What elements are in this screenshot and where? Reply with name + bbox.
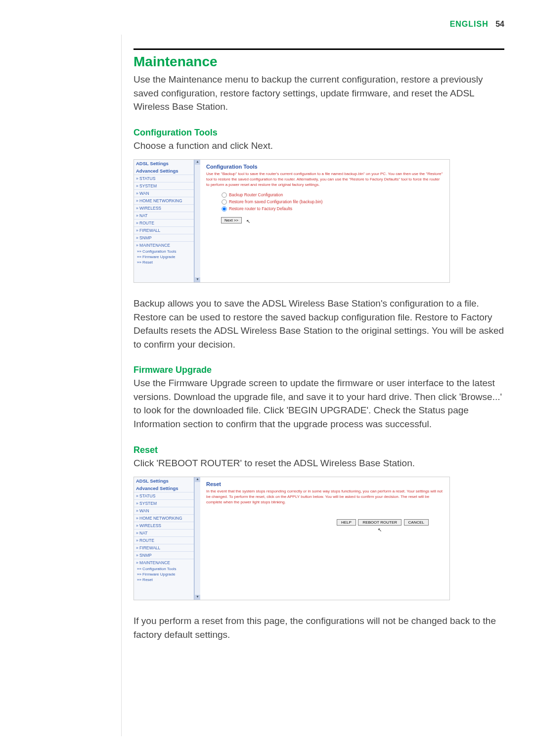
sidebar-item-maint[interactable]: » MAINTENANCE bbox=[134, 241, 194, 249]
firmware-heading: Firmware Upgrade bbox=[134, 365, 504, 375]
cursor-icon-2: ↖ bbox=[378, 527, 382, 533]
sidebar2-item-wireless[interactable]: » WIRELESS bbox=[134, 522, 194, 529]
page-content: ENGLISH 54 Maintenance Use the Maintenan… bbox=[0, 0, 534, 671]
panel-title: Configuration Tools bbox=[206, 164, 444, 170]
sidebar2-sub-reset[interactable]: »» Reset bbox=[134, 577, 194, 582]
radio-factory[interactable] bbox=[222, 206, 226, 211]
opt-factory-label: Restore router to Factory Defaults bbox=[229, 206, 292, 211]
maintenance-intro: Use the Maintenance menu to backup the c… bbox=[134, 73, 504, 114]
screenshot-sidebar: ADSL Settings Advanced Settings » STATUS… bbox=[134, 160, 194, 282]
screenshot-main-panel: Configuration Tools Use the "Backup" too… bbox=[200, 160, 449, 282]
scroll-up-icon[interactable]: ▲ bbox=[195, 160, 200, 165]
sidebar2-item-system[interactable]: » SYSTEM bbox=[134, 499, 194, 507]
help-button[interactable]: HELP bbox=[337, 519, 356, 526]
sidebar-advanced-settings[interactable]: Advanced Settings bbox=[134, 167, 194, 175]
scroll-down-icon-2[interactable]: ▼ bbox=[195, 595, 200, 600]
sidebar2-item-nat[interactable]: » NAT bbox=[134, 529, 194, 536]
sidebar2-item-snmp[interactable]: » SNMP bbox=[134, 551, 194, 559]
sidebar-item-route[interactable]: » ROUTE bbox=[134, 219, 194, 226]
sidebar-sub-firmware[interactable]: »» Firmware Upgrade bbox=[134, 254, 194, 260]
sidebar-item-firewall[interactable]: » FIREWALL bbox=[134, 226, 194, 234]
screenshot-sidebar-2: ADSL Settings Advanced Settings » STATUS… bbox=[134, 477, 194, 600]
opt-backup-label: Backup Router Configuration bbox=[229, 192, 283, 197]
sidebar-adsl-settings[interactable]: ADSL Settings bbox=[134, 160, 194, 167]
sidebar-item-status[interactable]: » STATUS bbox=[134, 175, 194, 182]
scroll-up-icon-2[interactable]: ▲ bbox=[195, 477, 200, 482]
button-row: HELP REBOOT ROUTER CANCEL ↖ bbox=[206, 519, 444, 531]
sidebar2-item-firewall[interactable]: » FIREWALL bbox=[134, 544, 194, 551]
cursor-icon: ↖ bbox=[246, 219, 250, 224]
reboot-router-button[interactable]: REBOOT ROUTER bbox=[358, 519, 401, 526]
sidebar2-item-home-net[interactable]: » HOME NETWORKING bbox=[134, 514, 194, 522]
cancel-button[interactable]: CANCEL bbox=[404, 519, 429, 526]
panel-description-2: In the event that the system stops respo… bbox=[206, 489, 444, 505]
sidebar-scrollbar-2[interactable]: ▲ ▼ bbox=[194, 477, 200, 600]
radio-backup[interactable] bbox=[222, 192, 226, 197]
sidebar-sub-reset[interactable]: »» Reset bbox=[134, 260, 194, 265]
sidebar-item-wireless[interactable]: » WIRELESS bbox=[134, 204, 194, 212]
config-tools-heading: Configuration Tools bbox=[134, 128, 504, 138]
sidebar-scrollbar[interactable]: ▲ ▼ bbox=[194, 160, 200, 282]
config-tools-after: Backup allows you to save the ADSL Wirel… bbox=[134, 297, 504, 351]
sidebar-adsl-settings-2[interactable]: ADSL Settings bbox=[134, 477, 194, 485]
sidebar-item-home-net[interactable]: » HOME NETWORKING bbox=[134, 197, 194, 204]
language-label: ENGLISH bbox=[450, 20, 489, 28]
screenshot-reset: ADSL Settings Advanced Settings » STATUS… bbox=[134, 477, 450, 600]
sidebar-sub-config[interactable]: »» Configuration Tools bbox=[134, 249, 194, 254]
sidebar2-sub-config[interactable]: »» Configuration Tools bbox=[134, 566, 194, 572]
sidebar2-item-status[interactable]: » STATUS bbox=[134, 492, 194, 499]
opt-restore-label: Restore from saved Configuration file (b… bbox=[229, 199, 322, 204]
page-number: 54 bbox=[495, 20, 504, 28]
page-header: ENGLISH 54 bbox=[134, 20, 504, 29]
sidebar2-item-maint[interactable]: » MAINTENANCE bbox=[134, 559, 194, 566]
heading-rule bbox=[134, 48, 504, 50]
reset-after: If you perform a reset from this page, t… bbox=[134, 614, 504, 641]
firmware-body: Use the Firmware Upgrade screen to updat… bbox=[134, 376, 504, 431]
screenshot-config-tools: ADSL Settings Advanced Settings » STATUS… bbox=[134, 159, 450, 283]
screenshot-main-panel-2: Reset In the event that the system stops… bbox=[200, 477, 449, 600]
sidebar-advanced-settings-2[interactable]: Advanced Settings bbox=[134, 485, 194, 492]
options-group: Backup Router Configuration Restore from… bbox=[206, 192, 444, 212]
sidebar-item-wan[interactable]: » WAN bbox=[134, 189, 194, 197]
maintenance-heading: Maintenance bbox=[134, 54, 504, 70]
next-button[interactable]: Next >> bbox=[221, 217, 242, 223]
sidebar-item-system[interactable]: » SYSTEM bbox=[134, 182, 194, 189]
radio-restore[interactable] bbox=[222, 199, 226, 204]
sidebar-item-snmp[interactable]: » SNMP bbox=[134, 234, 194, 241]
reset-intro: Click 'REBOOT ROUTER' to reset the ADSL … bbox=[134, 456, 504, 470]
scroll-down-icon[interactable]: ▼ bbox=[195, 277, 200, 282]
panel-description: Use the "Backup" tool to save the router… bbox=[206, 172, 444, 187]
sidebar-item-nat[interactable]: » NAT bbox=[134, 212, 194, 219]
panel-title-2: Reset bbox=[206, 481, 444, 487]
config-tools-intro: Choose a function and click Next. bbox=[134, 139, 504, 153]
reset-heading: Reset bbox=[134, 445, 504, 455]
sidebar2-item-wan[interactable]: » WAN bbox=[134, 507, 194, 514]
sidebar2-sub-firmware[interactable]: »» Firmware Upgrade bbox=[134, 572, 194, 577]
left-margin-rule bbox=[121, 35, 122, 736]
sidebar2-item-route[interactable]: » ROUTE bbox=[134, 536, 194, 544]
